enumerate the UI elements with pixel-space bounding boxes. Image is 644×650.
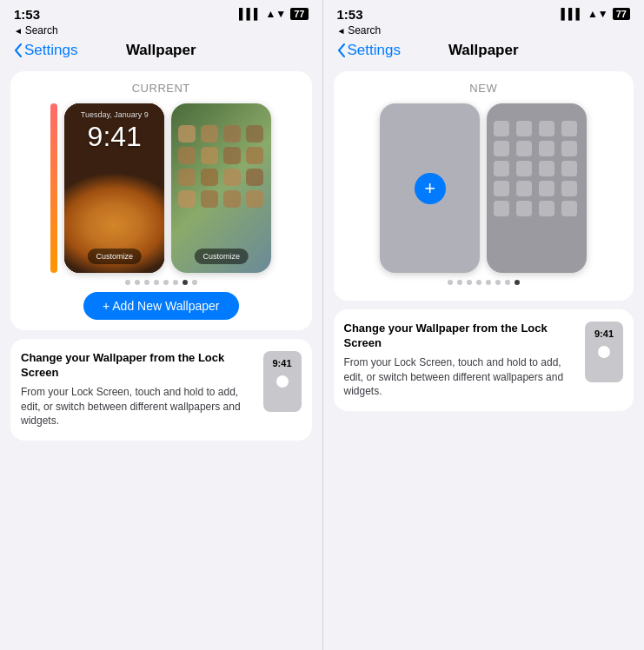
app-icon bbox=[201, 190, 218, 208]
status-time-right: 1:53 bbox=[337, 7, 363, 22]
new-app-icon bbox=[494, 201, 509, 216]
dot bbox=[457, 280, 462, 285]
dot bbox=[154, 280, 159, 285]
wallpaper-previews-new: + bbox=[344, 103, 624, 273]
signal-icon-right: ▌▌▌ bbox=[561, 8, 583, 20]
add-wallpaper-button[interactable]: Add New Wallpaper bbox=[83, 292, 239, 320]
app-icon bbox=[201, 125, 218, 143]
info-desc-right: From your Lock Screen, touch and hold to… bbox=[344, 355, 577, 399]
app-icon bbox=[223, 190, 241, 208]
info-text-left: Change your Wallpaper from the Lock Scre… bbox=[21, 351, 255, 428]
app-icon bbox=[178, 169, 196, 186]
card-label-new: NEW bbox=[469, 82, 497, 95]
new-app-icon bbox=[539, 121, 554, 136]
search-back-right: Search bbox=[323, 24, 645, 36]
app-icon bbox=[178, 147, 196, 164]
page-dots-current bbox=[125, 280, 197, 285]
new-app-icon bbox=[539, 201, 554, 216]
new-app-icon bbox=[539, 141, 554, 156]
new-app-icon bbox=[561, 201, 577, 216]
app-icon bbox=[246, 190, 263, 208]
dot bbox=[476, 280, 481, 285]
wifi-icon-left: ▲▼ bbox=[265, 8, 286, 20]
app-grid-current bbox=[178, 125, 264, 208]
app-icon bbox=[201, 169, 218, 186]
page-title-right: Wallpaper bbox=[448, 42, 519, 59]
info-thumb-time-right: 9:41 bbox=[594, 328, 614, 339]
app-icon bbox=[246, 147, 263, 164]
ls-time: 9:41 bbox=[64, 121, 164, 153]
new-homescreen-preview[interactable] bbox=[487, 103, 587, 273]
info-text-right: Change your Wallpaper from the Lock Scre… bbox=[344, 322, 577, 399]
new-app-icon bbox=[516, 121, 532, 136]
new-app-icon bbox=[539, 161, 554, 176]
lockscreen-preview-current[interactable]: Tuesday, January 9 9:41 Customize bbox=[64, 103, 164, 273]
ls-customize-btn[interactable]: Customize bbox=[87, 249, 142, 264]
dot bbox=[486, 280, 491, 285]
info-card-left: Change your Wallpaper from the Lock Scre… bbox=[10, 339, 312, 441]
side-strip bbox=[50, 103, 57, 273]
homescreen-preview-current[interactable]: Customize bbox=[171, 103, 271, 273]
content-right: NEW + bbox=[323, 64, 645, 650]
new-app-icon bbox=[539, 181, 554, 196]
card-label-current: CURRENT bbox=[132, 82, 190, 95]
dot bbox=[144, 280, 149, 285]
battery-left: 77 bbox=[290, 8, 308, 20]
dot bbox=[505, 280, 510, 285]
nav-back-left[interactable]: Settings bbox=[14, 42, 77, 59]
new-app-grid bbox=[494, 121, 580, 216]
new-app-icon bbox=[516, 201, 532, 216]
new-app-icon bbox=[561, 141, 577, 156]
wallpaper-card-current: CURRENT Tuesday, January 9 9:41 Customiz… bbox=[10, 71, 312, 330]
wifi-icon-right: ▲▼ bbox=[588, 8, 608, 20]
status-bar-right: 1:53 ▌▌▌ ▲▼ 77 bbox=[323, 0, 645, 24]
nav-bar-right: Settings Wallpaper bbox=[323, 38, 645, 64]
dot-active bbox=[183, 280, 188, 285]
dot bbox=[173, 280, 178, 285]
add-wallpaper-plus-icon[interactable]: + bbox=[415, 173, 446, 204]
new-app-icon bbox=[561, 121, 577, 136]
app-icon bbox=[178, 190, 196, 208]
new-app-icon bbox=[516, 141, 532, 156]
new-app-icon bbox=[516, 161, 532, 176]
dot bbox=[192, 280, 197, 285]
app-icon bbox=[178, 125, 196, 143]
info-card-right: Change your Wallpaper from the Lock Scre… bbox=[334, 309, 634, 411]
app-icon bbox=[223, 147, 241, 164]
info-thumb-right: 9:41 bbox=[585, 322, 623, 382]
new-app-icon bbox=[494, 141, 509, 156]
app-icon bbox=[223, 125, 241, 143]
dot bbox=[448, 280, 453, 285]
dot bbox=[135, 280, 140, 285]
new-lockscreen-preview[interactable]: + bbox=[380, 103, 480, 273]
new-app-icon bbox=[561, 181, 577, 196]
wallpaper-previews-current: Tuesday, January 9 9:41 Customize bbox=[21, 103, 302, 273]
thumb-dot-left bbox=[276, 375, 289, 388]
app-icon bbox=[246, 125, 263, 143]
new-app-icon bbox=[516, 181, 532, 196]
page-title-left: Wallpaper bbox=[126, 42, 196, 59]
status-icons-left: ▌▌▌ ▲▼ 77 bbox=[239, 8, 309, 20]
info-thumb-left: 9:41 bbox=[263, 351, 302, 412]
app-icon bbox=[246, 169, 263, 186]
new-app-icon bbox=[494, 121, 509, 136]
app-icon bbox=[201, 147, 218, 164]
info-title-left: Change your Wallpaper from the Lock Scre… bbox=[21, 351, 255, 381]
page-dots-new bbox=[448, 280, 520, 285]
dot-active bbox=[515, 280, 520, 285]
app-icon bbox=[223, 169, 241, 186]
right-phone-panel: 1:53 ▌▌▌ ▲▼ 77 Search Settings Wallpaper… bbox=[322, 0, 645, 650]
hs-customize-btn[interactable]: Customize bbox=[194, 249, 249, 264]
search-back-left: Search bbox=[0, 24, 322, 36]
signal-icon-left: ▌▌▌ bbox=[239, 8, 262, 20]
status-bar-left: 1:53 ▌▌▌ ▲▼ 77 bbox=[0, 0, 322, 24]
info-thumb-time-left: 9:41 bbox=[272, 358, 291, 368]
nav-back-right[interactable]: Settings bbox=[337, 42, 401, 59]
status-icons-right: ▌▌▌ ▲▼ 77 bbox=[561, 8, 630, 20]
dot bbox=[125, 280, 130, 285]
left-phone-panel: 1:53 ▌▌▌ ▲▼ 77 Search Settings Wallpaper… bbox=[0, 0, 322, 650]
nav-bar-left: Settings Wallpaper bbox=[0, 38, 322, 64]
status-time-left: 1:53 bbox=[14, 7, 40, 22]
new-app-icon bbox=[561, 161, 577, 176]
thumb-dot-right bbox=[598, 346, 610, 358]
